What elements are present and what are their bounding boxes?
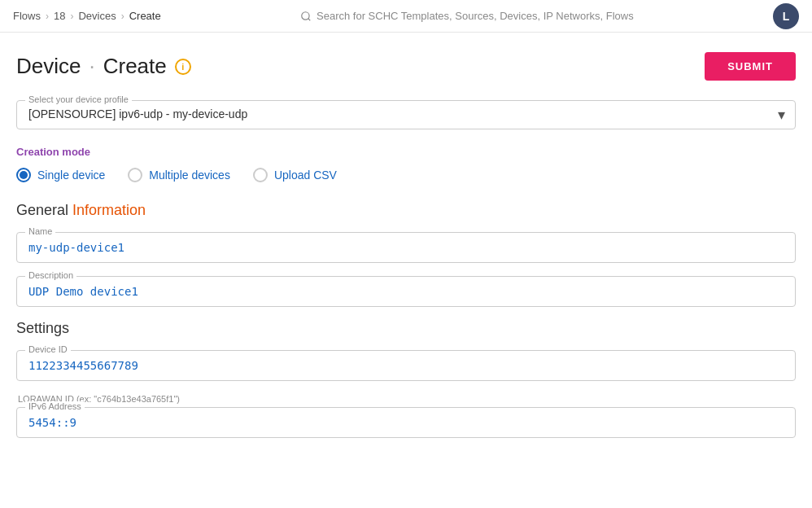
general-info-title: General Information: [16, 202, 796, 219]
breadcrumb-sep-1: ›: [46, 11, 49, 22]
dropdown-arrow-icon: ▾: [778, 106, 785, 124]
ipv6-value: 5454::9: [28, 416, 76, 429]
description-label: Description: [25, 270, 76, 280]
top-navigation: Flows › 18 › Devices › Create Search for…: [0, 0, 812, 33]
title-part1: Device: [16, 54, 81, 79]
creation-mode-radio-group: Single device Multiple devices Upload CS…: [16, 168, 796, 182]
name-label: Name: [25, 226, 55, 236]
radio-label-multiple: Multiple devices: [149, 169, 230, 182]
page-title: Device · Create i: [16, 54, 191, 79]
radio-label-csv: Upload CSV: [274, 169, 337, 182]
svg-line-1: [308, 18, 311, 20]
general-title-part2: Information: [72, 202, 146, 218]
avatar[interactable]: L: [773, 3, 799, 29]
device-id-field[interactable]: Device ID 1122334455667789: [16, 350, 796, 381]
radio-single-device[interactable]: Single device: [16, 168, 105, 182]
radio-multiple-devices[interactable]: Multiple devices: [128, 168, 230, 182]
radio-circle-multiple[interactable]: [128, 168, 142, 182]
title-part2: Create: [103, 54, 167, 79]
info-icon[interactable]: i: [175, 59, 191, 75]
breadcrumb-devices[interactable]: Devices: [78, 10, 116, 22]
device-profile-value: [OPENSOURCE] ipv6-udp - my-device-udp: [28, 107, 267, 120]
submit-button[interactable]: SUBMIT: [705, 52, 796, 81]
svg-point-0: [302, 11, 309, 19]
ipv6-label: IPv6 Address: [25, 401, 85, 411]
device-profile-label: Select your device profile: [25, 94, 132, 104]
title-separator: ·: [89, 54, 94, 79]
device-profile-dropdown[interactable]: Select your device profile [OPENSOURCE] …: [16, 100, 796, 129]
lorawan-hint: LORAWAN ID (ex: "c764b13e43a765f1"): [16, 394, 796, 404]
breadcrumb-create: Create: [129, 10, 161, 22]
breadcrumb-sep-3: ›: [121, 11, 124, 22]
breadcrumb-flows[interactable]: Flows: [13, 10, 41, 22]
page-header: Device · Create i SUBMIT: [16, 52, 796, 81]
general-title-part1: General: [16, 202, 68, 218]
search-icon: [300, 11, 312, 22]
description-value: UDP Demo device1: [28, 285, 138, 298]
name-field[interactable]: Name my-udp-device1: [16, 232, 796, 263]
description-field[interactable]: Description UDP Demo device1: [16, 276, 796, 307]
radio-circle-single[interactable]: [16, 168, 31, 182]
device-id-value: 1122334455667789: [28, 359, 138, 372]
breadcrumb-18[interactable]: 18: [54, 10, 65, 22]
name-value: my-udp-device1: [28, 241, 124, 254]
ipv6-address-field[interactable]: IPv6 Address 5454::9: [16, 407, 796, 438]
breadcrumb: Flows › 18 › Devices › Create: [13, 10, 161, 22]
device-id-label: Device ID: [25, 344, 71, 354]
breadcrumb-sep-2: ›: [70, 11, 73, 22]
radio-inner-single: [20, 171, 28, 179]
creation-mode-label: Creation mode: [16, 146, 796, 158]
main-content: Device · Create i SUBMIT Select your dev…: [0, 33, 812, 508]
radio-upload-csv[interactable]: Upload CSV: [253, 168, 337, 182]
radio-label-single: Single device: [37, 169, 105, 182]
search-bar[interactable]: Search for SCHC Templates, Sources, Devi…: [300, 10, 634, 22]
settings-title: Settings: [16, 320, 796, 337]
radio-circle-csv[interactable]: [253, 168, 268, 182]
search-placeholder: Search for SCHC Templates, Sources, Devi…: [317, 10, 634, 22]
